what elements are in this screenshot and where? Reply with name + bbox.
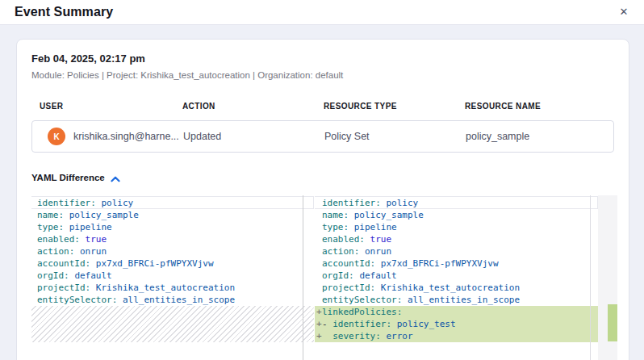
diff-code-line: accountId: px7xd_BFRCi-pfWPYXVjvw (315, 257, 598, 270)
diff-code-line: identifier: policy (31, 197, 315, 209)
diff-code-line: projectId: Krishika_test_autocreation (315, 282, 598, 294)
diff-code-line: type: pipeline (315, 221, 598, 233)
diff-added-line: + severity: error (315, 330, 598, 342)
diff-splitter[interactable] (303, 195, 303, 360)
diff-added-line: +- identifier: policy_test (315, 318, 598, 330)
diff-code-line: enabled: true (315, 233, 598, 245)
diff-pane-modified[interactable]: identifier: policyname: policy_sampletyp… (315, 195, 598, 360)
diff-code-line: enabled: true (31, 233, 315, 245)
diff-code-line: action: onrun (31, 245, 315, 257)
original-yaml-code: identifier: policyname: policy_sampletyp… (31, 195, 315, 306)
event-meta: Module: Policies | Project: Krishika_tes… (31, 70, 614, 80)
diff-code-line: accountId: px7xd_BFRCi-pfWPYXVjvw (31, 257, 315, 270)
resource-type-cell: Policy Set (324, 131, 466, 142)
diff-empty-placeholder (31, 306, 314, 342)
scrollbar-track-edge (590, 195, 591, 360)
avatar: K (48, 128, 65, 145)
resource-name-cell: policy_sample (466, 131, 613, 142)
chevron-up-icon[interactable] (111, 171, 120, 186)
diff-code-line: orgId: default (315, 270, 598, 282)
diff-added-line: +linkedPolicies: (315, 306, 598, 318)
yaml-diff-editor[interactable]: identifier: policyname: policy_sampletyp… (31, 195, 617, 360)
modal-header: Event Summary ✕ (0, 0, 644, 25)
diff-code-line: identifier: policy (315, 197, 598, 209)
column-header-resource-type: RESOURCE TYPE (324, 102, 465, 111)
column-header-user: USER (31, 102, 182, 111)
diff-code-line: projectId: Krishika_test_autocreation (31, 282, 315, 294)
added-lines-marker (608, 304, 617, 341)
diff-code-line: name: policy_sample (31, 209, 315, 221)
page-title: Event Summary (15, 5, 113, 19)
event-timestamp: Feb 04, 2025, 02:17 pm (31, 52, 614, 65)
diff-code-line: action: onrun (315, 245, 598, 257)
close-icon[interactable]: ✕ (617, 5, 631, 19)
diff-code-line: entitySelector: all_entities_in_scope (315, 294, 598, 306)
yaml-difference-header: YAML Difference (31, 170, 614, 186)
modified-yaml-code: identifier: policyname: policy_sampletyp… (315, 195, 598, 342)
diff-code-line: name: policy_sample (315, 209, 598, 221)
table-header: USERACTIONRESOURCE TYPERESOURCE NAME (31, 102, 614, 111)
action-cell: Updated (183, 131, 324, 142)
table-row: K krishika.singh@harne... Updated Policy… (31, 120, 614, 153)
column-header-resource-name: RESOURCE NAME (465, 102, 614, 111)
diff-code-line: type: pipeline (31, 221, 315, 233)
diff-code-line: orgId: default (31, 270, 315, 282)
column-header-action: ACTION (182, 102, 324, 111)
overview-ruler[interactable] (598, 195, 617, 360)
diff-pane-original[interactable]: identifier: policyname: policy_sampletyp… (31, 195, 315, 360)
diff-code-line: entitySelector: all_entities_in_scope (31, 294, 315, 306)
event-card: Feb 04, 2025, 02:17 pm Module: Policies … (16, 39, 629, 360)
user-email: krishika.singh@harne... (73, 131, 179, 142)
yaml-difference-label: YAML Difference (31, 173, 105, 182)
user-cell: K krishika.singh@harne... (32, 128, 183, 145)
